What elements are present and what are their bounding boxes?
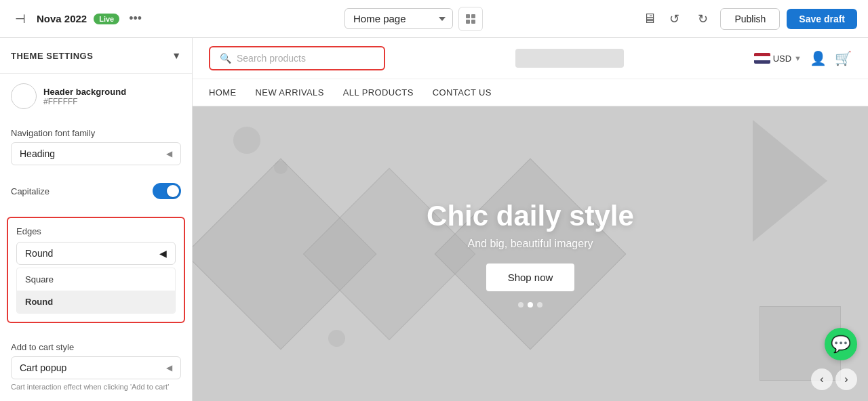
- hero-dots: [427, 302, 634, 308]
- cart-icon[interactable]: 🛒: [835, 50, 852, 66]
- sidebar-title: THEME SETTINGS: [11, 51, 93, 61]
- header-bg-section: Header background #FFFFFF: [0, 74, 192, 119]
- sidebar: THEME SETTINGS ▼ Header background #FFFF…: [0, 38, 193, 401]
- capitalize-label: Capitalize: [11, 186, 50, 196]
- publish-button[interactable]: Publish: [720, 8, 780, 30]
- hero-content: Chic daily style And big, beautiful imag…: [427, 200, 634, 308]
- nav-item-home[interactable]: HOME: [209, 87, 237, 98]
- cart-style-section: Add to cart style Cart popup ◀ Cart inte…: [11, 342, 181, 392]
- topbar-left: ⊣ Nova 2022 Live •••: [11, 9, 187, 28]
- flag-icon: [754, 53, 770, 64]
- hero-dot-1: [518, 302, 524, 308]
- whatsapp-button[interactable]: 💬: [825, 328, 857, 360]
- live-badge: Live: [94, 14, 119, 24]
- shop-now-button[interactable]: Shop now: [486, 263, 575, 291]
- header-bg-hex: #FFFFFF: [43, 97, 126, 106]
- cart-style-arrow-icon: ◀: [166, 363, 172, 373]
- header-right: USD ▼ 👤 🛒: [754, 50, 852, 66]
- nav-font-label: Navigation font family: [11, 128, 181, 138]
- edges-dropdown[interactable]: Round ◀: [16, 242, 176, 265]
- hero-next-arrow[interactable]: ›: [835, 368, 857, 390]
- hero-prev-arrow[interactable]: ‹: [811, 368, 833, 390]
- search-bar[interactable]: 🔍 Search products: [209, 46, 385, 70]
- currency-selector[interactable]: USD ▼: [754, 53, 802, 64]
- main-area: THEME SETTINGS ▼ Header background #FFFF…: [0, 38, 868, 401]
- preview-inner: 🔍 Search products USD ▼ 👤 🛒: [193, 38, 868, 401]
- nav-item-all-products[interactable]: ALL PRODUCTS: [343, 87, 414, 98]
- edges-option-square[interactable]: Square: [17, 268, 175, 291]
- undo-icon[interactable]: ↺: [663, 8, 685, 30]
- nav-font-dropdown[interactable]: Heading ◀: [11, 142, 181, 165]
- save-draft-button[interactable]: Save draft: [787, 9, 857, 29]
- grid-view-icon[interactable]: [458, 7, 483, 31]
- more-options-icon[interactable]: •••: [129, 12, 142, 26]
- edges-section: Edges Round ◀ Square Round: [7, 217, 185, 323]
- capitalize-row: Capitalize: [11, 175, 181, 207]
- nav-font-arrow-icon: ◀: [166, 149, 172, 159]
- svg-rect-2: [466, 20, 470, 24]
- currency-label: USD: [773, 54, 791, 64]
- cart-style-dropdown[interactable]: Cart popup ◀: [11, 356, 181, 379]
- back-icon[interactable]: ⊣: [11, 9, 30, 28]
- hero-navigation-arrows: ‹ ›: [811, 368, 857, 390]
- nav-item-new-arrivals[interactable]: NEW ARRIVALS: [256, 87, 324, 98]
- topbar: ⊣ Nova 2022 Live ••• Home page 🖥 ↺ ↻ Pub…: [0, 0, 868, 38]
- hero-section: Chic daily style And big, beautiful imag…: [193, 106, 868, 401]
- edges-label: Edges: [16, 226, 176, 236]
- header-bg-swatch[interactable]: [11, 83, 37, 109]
- store-logo-area: [396, 49, 743, 68]
- capitalize-section: Capitalize: [0, 175, 192, 217]
- currency-arrow-icon: ▼: [794, 54, 802, 62]
- store-logo: [515, 49, 624, 68]
- cart-style-note: Cart interaction effect when clicking 'A…: [11, 382, 181, 392]
- whatsapp-icon: 💬: [831, 335, 851, 354]
- sidebar-header: THEME SETTINGS ▼: [0, 38, 192, 74]
- hero-title: Chic daily style: [427, 200, 634, 232]
- nav-font-value: Heading: [20, 148, 55, 159]
- store-header: 🔍 Search products USD ▼ 👤 🛒: [193, 38, 868, 79]
- triangle-right: [753, 120, 827, 242]
- svg-rect-0: [466, 14, 470, 18]
- edges-arrow-icon: ◀: [159, 248, 167, 259]
- edges-current-value: Round: [25, 248, 53, 259]
- topbar-right: 🖥 ↺ ↻ Publish Save draft: [640, 8, 857, 30]
- preview-area: 🔍 Search products USD ▼ 👤 🛒: [193, 38, 868, 401]
- hero-subtitle: And big, beautiful imagery: [427, 238, 634, 250]
- topbar-center: Home page: [195, 7, 632, 31]
- sidebar-bottom: Add to cart style Cart popup ◀ Cart inte…: [0, 333, 192, 401]
- store-name: Nova 2022: [37, 13, 87, 24]
- capitalize-toggle[interactable]: [153, 183, 181, 199]
- cart-style-value: Cart popup: [20, 362, 66, 373]
- hero-dot-2: [528, 302, 533, 308]
- search-placeholder: Search products: [237, 53, 306, 64]
- search-icon: 🔍: [220, 53, 231, 64]
- hero-dot-3: [537, 302, 542, 308]
- header-bg-info: Header background #FFFFFF: [43, 87, 126, 106]
- nav-item-contact-us[interactable]: CONTACT US: [433, 87, 492, 98]
- nav-font-section: Navigation font family Heading ◀: [0, 119, 192, 175]
- redo-icon[interactable]: ↻: [692, 8, 713, 30]
- edges-options: Square Round: [16, 268, 176, 314]
- sidebar-collapse-icon[interactable]: ▼: [172, 50, 181, 61]
- edges-option-round[interactable]: Round: [17, 291, 175, 313]
- store-nav: HOME NEW ARRIVALS ALL PRODUCTS CONTACT U…: [193, 79, 868, 106]
- user-icon[interactable]: 👤: [810, 50, 827, 66]
- monitor-icon[interactable]: 🖥: [643, 11, 656, 26]
- page-select[interactable]: Home page: [344, 8, 453, 29]
- cart-style-label: Add to cart style: [11, 342, 181, 352]
- header-bg-row: Header background #FFFFFF: [11, 83, 181, 109]
- svg-rect-1: [471, 14, 475, 18]
- header-bg-label: Header background: [43, 87, 126, 97]
- svg-rect-3: [471, 20, 475, 24]
